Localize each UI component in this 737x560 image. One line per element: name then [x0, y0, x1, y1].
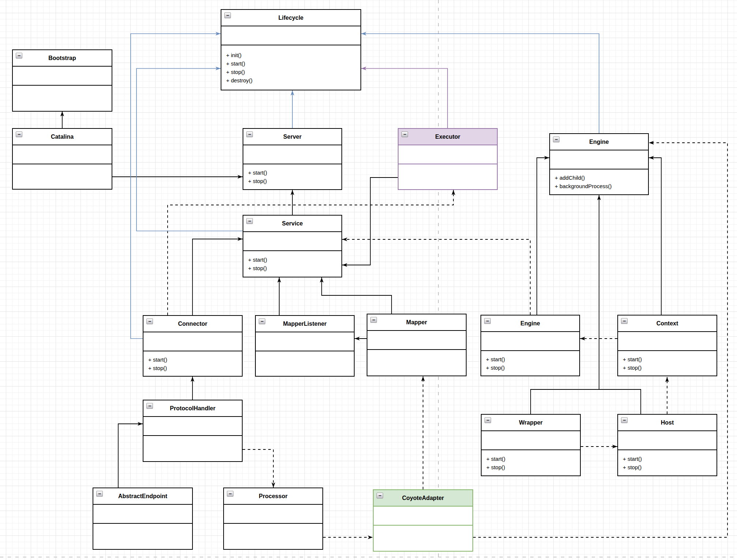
edge-connector-to-service[interactable]: [192, 239, 243, 315]
class-context[interactable]: − Context + start() + stop(): [617, 315, 717, 376]
edge-protocolhandler-to-processor-dashed[interactable]: [243, 449, 273, 488]
collapse-icon[interactable]: −: [246, 131, 253, 137]
edge-abstractendpoint-to-protocolhandler[interactable]: [118, 424, 143, 488]
class-name: Mapper: [406, 319, 427, 326]
class-title-bar: − Executor: [399, 129, 497, 145]
collapse-icon[interactable]: −: [484, 318, 491, 324]
class-bootstrap[interactable]: − Bootstrap: [12, 49, 112, 112]
class-host[interactable]: − Host + start() + stop(): [617, 414, 717, 476]
collapse-icon[interactable]: −: [485, 417, 491, 423]
edge-engine2-to-engine1[interactable]: [537, 158, 549, 315]
class-name: Connector: [178, 321, 207, 327]
class-title-bar: − Wrapper: [482, 415, 580, 431]
class-name: Server: [283, 134, 302, 140]
collapse-icon[interactable]: −: [96, 491, 103, 497]
class-executor[interactable]: − Executor: [398, 128, 498, 190]
class-mapper[interactable]: − Mapper: [367, 314, 467, 376]
method-item: + addChild(): [555, 173, 648, 182]
attributes-compartment: [482, 431, 580, 450]
methods-compartment: + start() + stop(): [618, 351, 717, 376]
class-engine-top[interactable]: − Engine + addChild() + backgroundProces…: [549, 133, 649, 195]
method-item: + start(): [226, 59, 360, 68]
class-wrapper[interactable]: − Wrapper + start() + stop(): [481, 414, 581, 476]
collapse-icon[interactable]: −: [146, 403, 153, 409]
methods-compartment: [13, 164, 112, 189]
collapse-icon[interactable]: −: [401, 131, 408, 137]
attributes-compartment: [550, 150, 648, 169]
method-item: + start(): [248, 168, 341, 177]
method-item: + stop(): [226, 68, 360, 76]
class-name: Wrapper: [519, 419, 543, 426]
edge-context-to-engine1[interactable]: [649, 158, 661, 315]
attributes-compartment: [143, 332, 242, 351]
collapse-icon[interactable]: −: [224, 12, 231, 18]
class-title-bar: − Server: [243, 129, 341, 145]
class-processor[interactable]: − Processor: [223, 488, 323, 550]
class-connector[interactable]: − Connector + start() + stop(): [143, 315, 243, 377]
methods-compartment: + start() + stop(): [618, 450, 717, 475]
edge-executor-to-service[interactable]: [342, 178, 398, 265]
class-engine-bottom[interactable]: − Engine + start() + stop(): [480, 315, 580, 376]
attributes-compartment: [399, 145, 497, 164]
class-name: Lifecycle: [278, 15, 303, 21]
collapse-icon[interactable]: −: [146, 318, 153, 324]
method-item: + start(): [623, 355, 717, 363]
edge-engine1-to-lifecycle[interactable]: [361, 34, 599, 133]
class-coyoteadapter[interactable]: − CoyoteAdapter: [373, 489, 473, 552]
class-title-bar: − Context: [618, 316, 717, 332]
edge-connector-to-lifecycle[interactable]: [131, 34, 221, 339]
class-protocolhandler[interactable]: − ProtocolHandler: [143, 400, 243, 462]
attributes-compartment: [13, 145, 112, 164]
method-item: + start(): [148, 355, 242, 364]
methods-compartment: [374, 526, 472, 551]
collapse-icon[interactable]: −: [246, 218, 253, 224]
edge-service-to-lifecycle[interactable]: [136, 68, 243, 231]
collapse-icon[interactable]: −: [227, 491, 233, 497]
attributes-compartment: [481, 332, 579, 351]
attributes-compartment: [256, 332, 354, 351]
class-name: MapperListener: [283, 321, 326, 327]
class-name: Engine: [589, 139, 609, 145]
method-item: + init(): [226, 51, 360, 59]
methods-compartment: + start() + stop(): [243, 164, 341, 189]
collapse-icon[interactable]: −: [259, 318, 265, 324]
collapse-icon[interactable]: −: [553, 137, 560, 142]
methods-compartment: [143, 436, 242, 461]
class-title-bar: − Engine: [481, 316, 579, 332]
method-item: + start(): [486, 355, 579, 363]
class-title-bar: − Mapper: [367, 314, 466, 331]
methods-compartment: + init() + start() + stop() + destroy(): [221, 45, 360, 90]
collapse-icon[interactable]: −: [16, 131, 22, 137]
class-catalina[interactable]: − Catalina: [12, 128, 112, 190]
method-item: + stop(): [486, 463, 580, 471]
methods-compartment: + addChild() + backgroundProcess(): [550, 169, 648, 194]
method-item: + stop(): [623, 363, 717, 372]
method-item: + destroy(): [226, 76, 360, 85]
class-lifecycle[interactable]: − Lifecycle + init() + start() + stop() …: [221, 9, 361, 90]
class-title-bar: − CoyoteAdapter: [374, 490, 472, 507]
class-abstractendpoint[interactable]: − AbstractEndpoint: [93, 488, 193, 550]
collapse-icon[interactable]: −: [370, 317, 377, 323]
class-name: Bootstrap: [48, 55, 76, 61]
methods-compartment: [367, 350, 466, 376]
collapse-icon[interactable]: −: [16, 53, 22, 59]
methods-compartment: + start() + stop(): [482, 450, 580, 475]
method-item: + backgroundProcess(): [555, 182, 648, 190]
edge-executor-to-lifecycle[interactable]: [361, 68, 448, 128]
class-server[interactable]: − Server + start() + stop(): [243, 128, 342, 190]
class-name: Processor: [259, 493, 287, 500]
methods-compartment: [399, 164, 497, 189]
class-name: Catalina: [51, 134, 74, 140]
collapse-icon[interactable]: −: [377, 493, 383, 499]
method-item: + stop(): [248, 264, 341, 272]
class-name: Engine: [520, 320, 540, 327]
collapse-icon[interactable]: −: [621, 417, 628, 423]
edge-wrapper-host-bracket[interactable]: [531, 389, 641, 414]
class-mapperlistener[interactable]: − MapperListener: [255, 315, 355, 377]
class-service[interactable]: − Service + start() + stop(): [243, 215, 342, 277]
class-title-bar: − Service: [243, 216, 341, 232]
attributes-compartment: [374, 507, 472, 526]
collapse-icon[interactable]: −: [621, 318, 628, 324]
methods-compartment: [224, 524, 322, 549]
edge-mapper-to-service[interactable]: [322, 277, 392, 314]
